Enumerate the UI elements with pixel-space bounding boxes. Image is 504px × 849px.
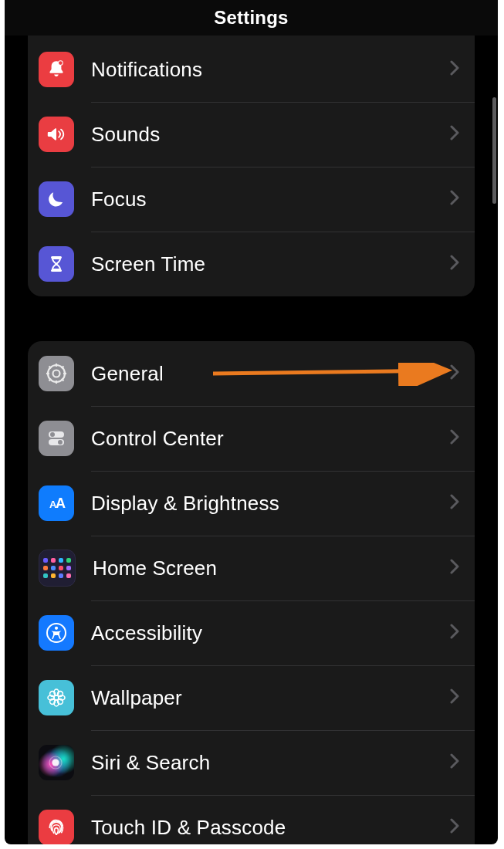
chevron-right-icon [450,429,464,448]
row-screen-time[interactable]: Screen Time [28,232,475,296]
row-siri-search[interactable]: Siri & Search [28,730,475,795]
svg-point-13 [53,370,60,377]
chevron-right-icon [450,494,464,512]
chevron-right-icon [450,559,464,577]
chevron-right-icon [450,364,464,383]
svg-point-32 [52,759,59,766]
settings-list: Notifications Sounds [5,36,498,844]
row-focus[interactable]: Focus [28,167,475,232]
flower-icon [39,680,74,715]
row-wallpaper[interactable]: Wallpaper [28,665,475,730]
row-label: Touch ID & Passcode [91,816,450,840]
accessibility-icon [39,615,74,651]
siri-icon [39,745,74,780]
toggles-icon [39,421,74,456]
chevron-right-icon [450,255,464,273]
settings-group-general: General [28,341,475,844]
moon-icon [39,181,74,217]
row-label: Siri & Search [91,751,450,775]
row-label: Home Screen [93,556,450,580]
row-accessibility[interactable]: Accessibility [28,600,475,665]
page-title: Settings [214,7,288,29]
settings-group-notifications: Notifications Sounds [28,36,475,296]
chevron-right-icon [450,753,464,772]
gear-icon [39,356,74,391]
svg-point-18 [58,440,63,445]
row-label: Screen Time [91,252,450,276]
row-touch-id-passcode[interactable]: Touch ID & Passcode [28,795,475,844]
row-control-center[interactable]: Control Center [28,406,475,471]
chevron-right-icon [450,60,464,79]
chevron-right-icon [450,190,464,208]
text-size-icon: A A [39,485,74,521]
row-label: Focus [91,188,450,211]
row-display-brightness[interactable]: A A Display & Brightness [28,471,475,536]
fingerprint-icon [39,810,74,844]
nav-header: Settings [5,0,498,36]
svg-text:A: A [56,496,66,511]
row-label: Sounds [91,123,450,147]
row-label: Display & Brightness [91,492,450,516]
chevron-right-icon [450,818,464,837]
speaker-icon [39,117,74,152]
chevron-right-icon [450,624,464,642]
row-label: Notifications [91,58,450,82]
row-label: Control Center [91,427,450,451]
row-label: Wallpaper [91,686,450,710]
bell-icon [39,52,74,87]
svg-point-1 [59,61,63,65]
hourglass-icon [39,246,74,282]
row-home-screen[interactable]: Home Screen [28,536,475,600]
row-sounds[interactable]: Sounds [28,102,475,167]
chevron-right-icon [450,688,464,707]
home-grid-icon [39,550,76,587]
row-notifications[interactable]: Notifications [28,37,475,102]
settings-screen: Settings Notifications [5,0,498,844]
row-label: Accessibility [91,621,450,645]
svg-point-22 [55,627,58,630]
row-label: General [91,362,450,386]
row-general[interactable]: General [28,341,475,406]
svg-point-16 [50,432,55,437]
chevron-right-icon [450,125,464,144]
